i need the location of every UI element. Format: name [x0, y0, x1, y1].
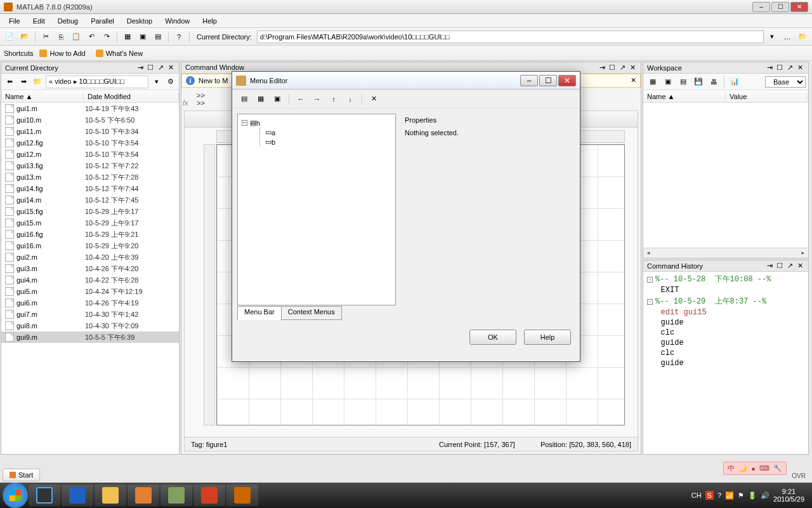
history-line[interactable]: guide	[645, 358, 807, 368]
tray-help-icon[interactable]: ?	[717, 491, 721, 499]
dialog-maximize-button[interactable]: ☐	[539, 75, 557, 86]
taskbar-item[interactable]	[95, 485, 126, 506]
file-row[interactable]: gui12.fig10-5-10 下午3:54	[1, 137, 179, 149]
history-line[interactable]: clc	[645, 348, 807, 358]
panel-maximize-icon[interactable]: ↗	[785, 64, 794, 72]
new-context-icon[interactable]: ▣	[270, 92, 284, 106]
history-line[interactable]: EXIT	[645, 285, 807, 295]
ws-col-value[interactable]: Value	[726, 93, 808, 100]
file-row[interactable]: gui3.m10-4-26 下午4:20	[1, 263, 179, 274]
command-prompt[interactable]: >>	[197, 91, 205, 99]
command-prompt[interactable]: >>	[197, 99, 205, 107]
history-line[interactable]: -%-- 10-5-28 下午10:08 --%	[645, 273, 807, 285]
dialog-minimize-button[interactable]: –	[520, 75, 538, 86]
ws-save-icon[interactable]: 💾	[691, 75, 705, 89]
panel-close-icon[interactable]: ✕	[628, 63, 637, 72]
move-right-icon[interactable]: →	[310, 92, 324, 106]
file-row[interactable]: gui12.m10-5-10 下午3:54	[1, 149, 179, 160]
tray-flag-icon[interactable]: ⚑	[738, 491, 744, 500]
file-row[interactable]: gui14.m10-5-12 下午7:45	[1, 194, 179, 206]
panel-restore-icon[interactable]: ☐	[775, 262, 784, 271]
menu-help[interactable]: Help	[196, 16, 223, 26]
browse-dir-icon[interactable]: …	[780, 30, 794, 44]
file-row[interactable]: gui5.m10-4-24 下午12:19	[1, 286, 179, 297]
move-up-icon[interactable]: ↑	[327, 92, 341, 106]
dir-dropdown-icon[interactable]: ▾	[765, 30, 779, 44]
taskbar-item[interactable]	[29, 485, 60, 506]
ok-button[interactable]: OK	[469, 330, 516, 345]
shortcut-whatsnew[interactable]: What's New	[92, 50, 147, 57]
panel-maximize-icon[interactable]: ↗	[618, 63, 627, 72]
minimize-button[interactable]: –	[752, 2, 770, 12]
close-button[interactable]: ✕	[790, 2, 808, 12]
tray-ch[interactable]: CH	[691, 491, 702, 499]
menu-edit[interactable]: Edit	[27, 16, 51, 26]
file-row[interactable]: gui7.m10-4-30 下午1:42	[1, 309, 179, 320]
undo-icon[interactable]: ↶	[84, 30, 98, 44]
ws-plot-icon[interactable]: 📊	[728, 75, 742, 89]
file-row[interactable]: gui4.m10-4-22 下午6:28	[1, 274, 179, 286]
taskbar-item[interactable]	[193, 485, 225, 506]
gear-icon[interactable]: ⚙	[165, 76, 176, 88]
ime-zhong[interactable]: 中	[728, 464, 735, 473]
panel-maximize-icon[interactable]: ↗	[785, 262, 794, 271]
file-row[interactable]: gui15.m10-5-29 上午9:17	[1, 217, 179, 229]
tree-toggle-icon[interactable]: -	[647, 277, 653, 283]
redo-icon[interactable]: ↷	[100, 30, 114, 44]
menu-desktop[interactable]: Desktop	[121, 16, 159, 26]
history-line[interactable]: guide	[645, 338, 807, 348]
history-line[interactable]: guide	[645, 318, 807, 328]
history-line[interactable]: -%-- 10-5-29 上午8:37 --%	[645, 295, 807, 307]
new-menuitem-icon[interactable]: ▦	[254, 92, 268, 106]
stack-selector[interactable]: Base	[765, 76, 806, 88]
panel-restore-icon[interactable]: ☐	[146, 64, 155, 72]
ime-moon-icon[interactable]: 🌙	[738, 464, 747, 472]
new-menu-icon[interactable]: ▤	[237, 92, 251, 106]
panel-close-icon[interactable]: ✕	[796, 262, 804, 271]
paste-icon[interactable]: 📋	[69, 30, 83, 44]
tree-root-node[interactable]: − ▤ h	[242, 118, 391, 128]
file-row[interactable]: gui11.m10-5-10 下午3:34	[1, 126, 179, 137]
path-breadcrumb[interactable]: « video ▸ 10□□□□GUI□□	[46, 76, 148, 88]
panel-pin-icon[interactable]: ⇥	[765, 262, 774, 271]
file-row[interactable]: gui2.m10-4-20 上午8:39	[1, 251, 179, 263]
dialog-titlebar[interactable]: Menu Editor – ☐ ✕	[232, 72, 580, 90]
file-row[interactable]: gui9.m10-5-5 下午6:39	[1, 331, 179, 343]
taskbar-item[interactable]	[128, 485, 159, 506]
tray-volume-icon[interactable]: 🔊	[761, 491, 769, 500]
file-row[interactable]: gui8.m10-4-30 下午2:09	[1, 320, 179, 331]
ws-import-icon[interactable]: ▤	[676, 75, 690, 89]
cut-icon[interactable]: ✂	[39, 30, 53, 44]
fx-icon[interactable]: fx	[183, 99, 194, 107]
file-row[interactable]: gui10.m10-5-5 下午6:50	[1, 114, 179, 126]
guide-icon[interactable]: ▣	[136, 30, 150, 44]
panel-close-icon[interactable]: ✕	[796, 64, 804, 72]
panel-restore-icon[interactable]: ☐	[608, 63, 617, 72]
menu-parallel[interactable]: Parallel	[84, 16, 121, 26]
taskbar-item[interactable]	[160, 485, 192, 506]
panel-restore-icon[interactable]: ☐	[775, 64, 784, 72]
open-file-icon[interactable]: 📂	[18, 30, 32, 44]
panel-maximize-icon[interactable]: ↗	[156, 64, 165, 72]
ws-open-icon[interactable]: ▣	[661, 75, 675, 89]
nav-folder-icon[interactable]: 📁	[32, 76, 43, 88]
dialog-close-button[interactable]: ✕	[558, 75, 576, 86]
windows-start-button[interactable]	[3, 483, 28, 508]
file-row[interactable]: gui16.m10-5-29 上午9:20	[1, 240, 179, 251]
tray-network-icon[interactable]: 📶	[725, 491, 734, 500]
copy-icon[interactable]: ⎘	[54, 30, 68, 44]
taskbar-item[interactable]	[226, 485, 258, 506]
panel-pin-icon[interactable]: ⇥	[136, 64, 145, 72]
file-row[interactable]: gui13.m10-5-12 下午7:28	[1, 171, 179, 183]
file-row[interactable]: gui14.fig10-5-12 下午7:44	[1, 183, 179, 194]
path-dropdown-icon[interactable]: ▾	[151, 76, 162, 88]
tray-clock[interactable]: 9:212010/5/29	[773, 488, 804, 503]
menu-tree[interactable]: − ▤ h ▭ a ▭ b	[237, 114, 396, 305]
tree-collapse-icon[interactable]: −	[242, 120, 247, 126]
simulink-icon[interactable]: ▦	[121, 30, 134, 44]
move-left-icon[interactable]: ←	[294, 92, 308, 106]
col-name-header[interactable]: Name ▲	[1, 93, 84, 100]
ws-new-icon[interactable]: ▦	[646, 75, 660, 89]
tray-sogou-icon[interactable]: S	[705, 491, 714, 500]
help-button[interactable]: Help	[524, 330, 571, 345]
